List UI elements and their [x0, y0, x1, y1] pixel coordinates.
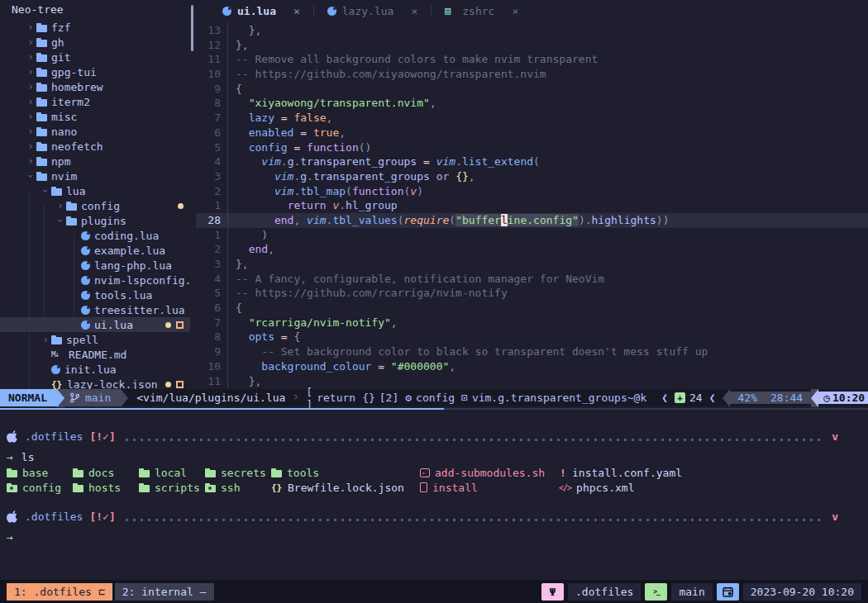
ls-entry-label: Brewfile.lock.json [288, 482, 404, 494]
tree-item-config[interactable]: ›config [0, 198, 190, 213]
code-line-text: { [227, 301, 868, 316]
code-line: 12}, [196, 38, 868, 53]
ls-entry-phpcs-xml[interactable]: </>phpcs.xml [559, 480, 635, 495]
ls-entry-docs[interactable]: docs [73, 465, 114, 480]
mode-indicator: NORMAL [0, 389, 57, 406]
chevron-right-icon[interactable]: › [25, 66, 36, 78]
close-icon[interactable]: × [512, 5, 518, 17]
tmux-window-1-dotfiles[interactable]: 1: .dotfiles⊏ [7, 583, 112, 601]
code-token: true [313, 126, 339, 139]
close-icon[interactable]: × [293, 5, 300, 17]
code-line-text: return v.hl_group [227, 198, 868, 213]
prompt-arrow-icon: → [7, 451, 13, 463]
tree-item-label: example.lua [94, 245, 165, 257]
tmux-window-2-internal[interactable]: 2: internal– [115, 583, 214, 601]
tree-item-tools-lua[interactable]: tools.lua [0, 287, 190, 302]
code-token [236, 360, 261, 373]
ls-entry-Brewfile-lock-json[interactable]: {}Brewfile.lock.json [271, 480, 404, 495]
chevron-down-icon[interactable]: › [40, 185, 51, 197]
ls-entry-install[interactable]: install [420, 480, 478, 495]
tree-item-gpg-tui[interactable]: ›gpg-tui [0, 64, 190, 79]
close-icon[interactable]: × [411, 5, 417, 17]
ls-entry-hosts[interactable]: hosts [73, 480, 121, 495]
command-line[interactable]: → [7, 529, 13, 544]
chevron-right-icon[interactable]: › [25, 36, 36, 48]
chevron-right-icon[interactable]: › [55, 200, 66, 211]
ls-entry-add-submodules-sh[interactable]: >_add-submodules.sh [420, 465, 545, 480]
ls-entry-secrets[interactable]: secrets [205, 465, 266, 480]
shell-pane[interactable]: .dotfiles [!✓] v → ls basedocslocalsecre… [0, 411, 868, 580]
breadcrumb-item[interactable]: {}[2] [362, 392, 398, 404]
tree-item-lang-php-lua[interactable]: lang-php.lua [0, 258, 190, 273]
tree-item-spell[interactable]: ›spell [0, 332, 190, 347]
chevron-right-icon[interactable]: › [25, 81, 36, 93]
tree-item-example-lua[interactable]: example.lua [0, 243, 190, 258]
chevron-right-icon[interactable]: › [40, 334, 51, 345]
chevron-right-icon[interactable]: › [25, 155, 36, 167]
chevron-right-icon[interactable]: › [25, 140, 36, 152]
chevron-right-icon[interactable]: › [25, 21, 36, 33]
tree-item-label: lang-php.lua [94, 259, 172, 272]
chevron-right-icon[interactable]: › [25, 111, 36, 122]
tree-item-lua[interactable]: ›lua [0, 183, 190, 198]
ls-entry-tools[interactable]: tools [271, 465, 319, 480]
ls-entry-base[interactable]: base [7, 465, 48, 480]
tree-item-npm[interactable]: ›npm [0, 154, 190, 169]
tree-item-treesitter-lua[interactable]: treesitter.lua [0, 302, 190, 317]
tree-item-label: ui.lua [94, 319, 133, 331]
tree-item-plugins[interactable]: ›plugins [0, 213, 190, 228]
git-branch-icon [69, 392, 80, 403]
ls-entry-install-conf-yaml[interactable]: !install.conf.yaml [559, 465, 682, 480]
tree-item-nano[interactable]: ›nano [0, 124, 190, 139]
breadcrumb-item[interactable]: ⚙config [405, 392, 455, 404]
tree-item-readme-md[interactable]: M↓README.md [0, 347, 190, 362]
ls-entry-local[interactable]: local [139, 465, 187, 480]
code-line-text: end, [227, 242, 868, 257]
ls-entry-scripts[interactable]: scripts [139, 480, 200, 495]
line-number: 10 [196, 359, 227, 374]
tab-zshrc[interactable]: ▤zshrc× [432, 0, 532, 21]
ls-entry-ssh[interactable]: ssh [205, 480, 240, 495]
tmux-window-flag-icon: – [200, 586, 207, 598]
tree-item-gh[interactable]: ›gh [0, 35, 190, 50]
ls-entry-config[interactable]: config [7, 480, 61, 495]
modified-dot-icon [165, 322, 171, 328]
chevron-right-icon[interactable]: › [25, 126, 36, 137]
tree-item-init-lua[interactable]: init.lua [0, 362, 190, 377]
tree-item-ui-lua[interactable]: ui.lua [0, 317, 190, 332]
code-token: )) [656, 214, 670, 226]
code-token: , [391, 316, 398, 329]
code-token: list_extend [462, 155, 533, 168]
chevron-down-icon[interactable]: › [55, 215, 66, 226]
breadcrumb-label: vim.g.transparent_groups [472, 392, 627, 404]
line-number: 3 [196, 257, 227, 272]
folder-icon [205, 470, 216, 477]
code-line-text: }, [227, 257, 868, 272]
tree-item-label: spell [66, 334, 98, 346]
tree-item-git[interactable]: ›git [0, 50, 190, 64]
chevron-right-icon[interactable]: › [25, 51, 36, 63]
breadcrumb-item[interactable]: ⊡vim.g.transparent_groups [461, 392, 627, 404]
tree-item-nvim[interactable]: ›nvim [0, 169, 190, 183]
tab-ui-lua[interactable]: ui.lua× [209, 0, 313, 21]
code-buffer[interactable]: 13 },12},11-- Remove all background colo… [196, 23, 868, 388]
folder-icon [36, 99, 47, 107]
tab-lazy-lua[interactable]: lazy.lua× [314, 0, 431, 21]
tree-item-neofetch[interactable]: ›neofetch [0, 139, 190, 154]
breadcrumb-item[interactable]: [ ]return [306, 386, 355, 411]
tree-item-coding-lua[interactable]: coding.lua [0, 228, 190, 243]
chevron-down-icon[interactable]: › [25, 170, 36, 182]
code-line-text: vim.g.transparent_groups = vim.list_exte… [227, 154, 868, 169]
shell-prompt: .dotfiles [!✓] v [7, 429, 838, 444]
code-token: vim [274, 185, 293, 197]
tree-item-iterm2[interactable]: ›iterm2 [0, 94, 190, 109]
tree-item-fzf[interactable]: ›fzf [0, 20, 190, 35]
tmux-git-branch: main [671, 583, 712, 601]
code-line-text: config = function() [227, 140, 868, 155]
tree-item-misc[interactable]: ›misc [0, 109, 190, 124]
code-line: 1 ) [196, 228, 868, 243]
tree-item-nvim-lspconfig-[interactable]: nvim-lspconfig. [0, 273, 190, 287]
neotree-scrollbar[interactable] [191, 5, 193, 51]
chevron-right-icon[interactable]: › [25, 96, 36, 107]
tree-item-homebrew[interactable]: ›homebrew [0, 79, 190, 94]
